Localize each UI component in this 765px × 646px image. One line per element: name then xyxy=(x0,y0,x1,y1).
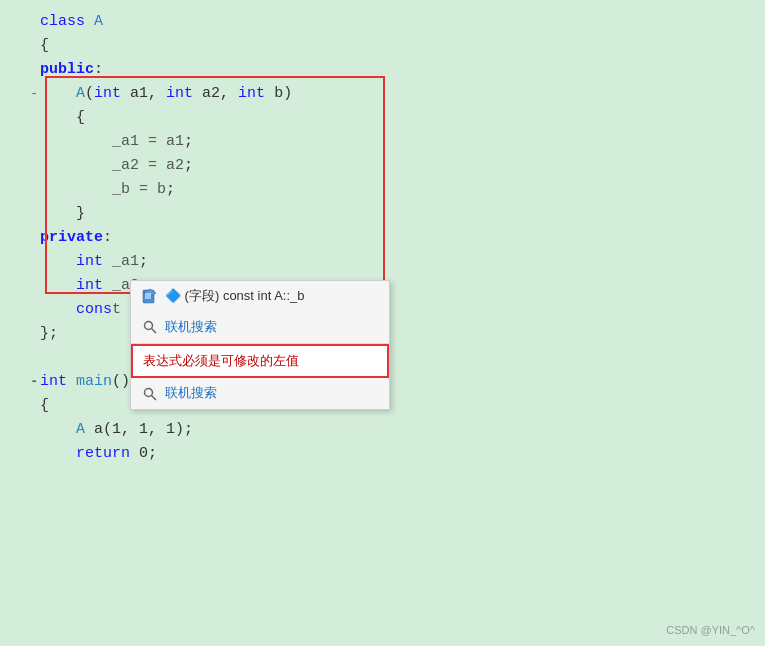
context-menu-error-label: 表达式必须是可修改的左值 xyxy=(143,351,299,372)
search-icon-1 xyxy=(141,318,159,336)
context-menu-item-search2[interactable]: 联机搜索 xyxy=(131,378,389,409)
code-line-5: { xyxy=(10,106,765,130)
code-line-19: return 0; xyxy=(10,442,765,466)
svg-line-6 xyxy=(152,329,157,334)
code-line-11: int _a1; xyxy=(10,250,765,274)
code-line-3: public: xyxy=(10,58,765,82)
field-icon xyxy=(141,287,159,305)
svg-point-7 xyxy=(145,388,153,396)
code-line-6: _a1 = a1; xyxy=(10,130,765,154)
svg-line-8 xyxy=(152,395,157,400)
code-line-1: class A xyxy=(10,10,765,34)
search-icon-2 xyxy=(141,385,159,403)
context-menu-item-error[interactable]: 表达式必须是可修改的左值 xyxy=(131,344,389,379)
svg-point-5 xyxy=(145,322,153,330)
code-line-8: _b = b; xyxy=(10,178,765,202)
context-menu-field-label: 🔷 (字段) const int A::_b xyxy=(165,286,305,307)
code-editor: class A { public: - A(int a1, int a2, in… xyxy=(0,0,765,476)
context-menu-search2-label: 联机搜索 xyxy=(165,383,217,404)
code-line-4: - A(int a1, int a2, int b) xyxy=(10,82,765,106)
code-line-2: { xyxy=(10,34,765,58)
code-line-10: private: xyxy=(10,226,765,250)
code-line-7: _a2 = a2; xyxy=(10,154,765,178)
context-menu-search1-label: 联机搜索 xyxy=(165,317,217,338)
gutter-16: - xyxy=(20,372,38,393)
code-line-9: } xyxy=(10,202,765,226)
context-menu[interactable]: 🔷 (字段) const int A::_b 联机搜索 表达式必须是可修改的左值 xyxy=(130,280,390,410)
gutter-4: - xyxy=(20,84,38,105)
watermark: CSDN @YIN_^O^ xyxy=(666,624,755,636)
context-menu-item-field[interactable]: 🔷 (字段) const int A::_b xyxy=(131,281,389,312)
context-menu-item-search1[interactable]: 联机搜索 xyxy=(131,312,389,343)
code-line-18: A a(1, 1, 1); xyxy=(10,418,765,442)
